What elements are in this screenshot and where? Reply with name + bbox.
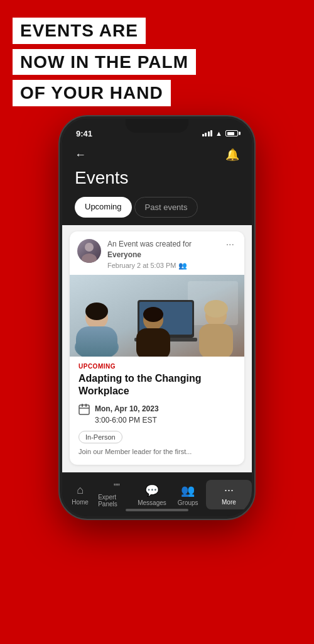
in-person-badge: In-Person bbox=[78, 431, 122, 443]
nav-item-messages[interactable]: 💬 Messages bbox=[134, 480, 170, 510]
tab-past-events[interactable]: Past events bbox=[134, 197, 198, 218]
avatar-image bbox=[77, 239, 101, 263]
groups-icon: 👥 bbox=[181, 484, 195, 497]
hero-line-2: NOW IN THE PALM bbox=[13, 49, 196, 75]
signal-icon bbox=[202, 130, 213, 136]
hero-line-3: OF YOUR HAND bbox=[13, 80, 171, 106]
home-indicator bbox=[126, 509, 188, 511]
status-icons: ▲ bbox=[202, 130, 238, 137]
event-time-row: Mon, Apr 10, 2023 3:00-6:00 PM EST bbox=[78, 403, 236, 426]
tabs-container: Upcoming Past events bbox=[62, 197, 252, 225]
event-details: UPCOMING Adapting to the Changing Workpl… bbox=[70, 357, 244, 465]
svg-rect-15 bbox=[199, 324, 233, 357]
calendar-icon bbox=[78, 404, 90, 415]
event-tag: UPCOMING bbox=[78, 363, 236, 370]
phone-frame: 9:41 ▲ ← 🔔 bbox=[60, 116, 254, 519]
battery-icon bbox=[225, 130, 238, 136]
svg-point-13 bbox=[143, 307, 163, 322]
hero-line-1: EVENTS ARE bbox=[13, 18, 146, 44]
event-image-scene bbox=[70, 275, 244, 357]
hero-section: EVENTS ARE NOW IN THE PALM OF YOUR HAND bbox=[0, 18, 208, 111]
more-options-button[interactable]: ··· bbox=[224, 239, 237, 250]
svg-rect-12 bbox=[136, 328, 170, 357]
svg-point-1 bbox=[82, 253, 97, 263]
wifi-icon: ▲ bbox=[215, 130, 222, 137]
event-image bbox=[70, 275, 244, 357]
event-card: An Event was created for Everyone Februa… bbox=[70, 231, 244, 465]
event-avatar-section: An Event was created for Everyone Februa… bbox=[77, 239, 224, 270]
nav-item-groups[interactable]: 👥 Groups bbox=[170, 480, 206, 510]
event-meta: An Event was created for Everyone Februa… bbox=[107, 239, 224, 270]
svg-point-0 bbox=[85, 243, 94, 252]
group-icon: 👥 bbox=[178, 262, 187, 270]
nav-label-groups: Groups bbox=[178, 499, 198, 506]
svg-point-10 bbox=[85, 303, 108, 320]
nav-item-home[interactable]: ⌂ Home bbox=[62, 480, 98, 509]
avatar bbox=[77, 239, 101, 263]
event-description: Join our Member leader for the first... bbox=[78, 447, 236, 457]
back-button[interactable]: ← bbox=[75, 148, 86, 162]
tab-upcoming[interactable]: Upcoming bbox=[75, 197, 132, 218]
event-date-line: February 2 at 5:03 PM 👥 bbox=[107, 262, 224, 270]
app-header: ← 🔔 bbox=[62, 142, 252, 165]
app-content: ← 🔔 Events Upcoming Past events bbox=[62, 142, 252, 516]
page-title: Events bbox=[75, 168, 129, 187]
event-time-text: Mon, Apr 10, 2023 3:00-6:00 PM EST bbox=[95, 403, 159, 426]
phone-notch bbox=[126, 119, 188, 133]
messages-icon: 💬 bbox=[145, 484, 159, 497]
event-notification-header: An Event was created for Everyone Februa… bbox=[70, 231, 244, 275]
svg-rect-17 bbox=[79, 405, 89, 414]
page-background: EVENTS ARE NOW IN THE PALM OF YOUR HAND … bbox=[0, 0, 314, 644]
event-title: Adapting to the Changing Workplace bbox=[78, 372, 236, 399]
nav-item-expert-panels[interactable]: " " Expert Panels bbox=[98, 478, 134, 511]
events-scroll-area[interactable]: An Event was created for Everyone Februa… bbox=[62, 225, 252, 472]
nav-label-more: More bbox=[222, 499, 236, 506]
nav-label-home: Home bbox=[72, 499, 89, 506]
notification-bell-icon[interactable]: 🔔 bbox=[225, 148, 239, 162]
status-time: 9:41 bbox=[76, 129, 92, 138]
page-title-section: Events bbox=[62, 165, 252, 197]
more-icon: ··· bbox=[224, 484, 234, 497]
svg-rect-19 bbox=[85, 404, 87, 407]
svg-rect-18 bbox=[82, 404, 83, 407]
nav-item-more[interactable]: ··· More bbox=[206, 480, 252, 509]
nav-label-messages: Messages bbox=[138, 499, 166, 506]
event-created-text: An Event was created for Everyone bbox=[107, 239, 224, 260]
expert-panels-icon: " " bbox=[114, 482, 119, 492]
home-icon: ⌂ bbox=[77, 484, 84, 497]
nav-label-expert-panels: Expert Panels bbox=[98, 494, 134, 508]
svg-point-16 bbox=[204, 300, 228, 318]
svg-rect-9 bbox=[76, 326, 117, 357]
